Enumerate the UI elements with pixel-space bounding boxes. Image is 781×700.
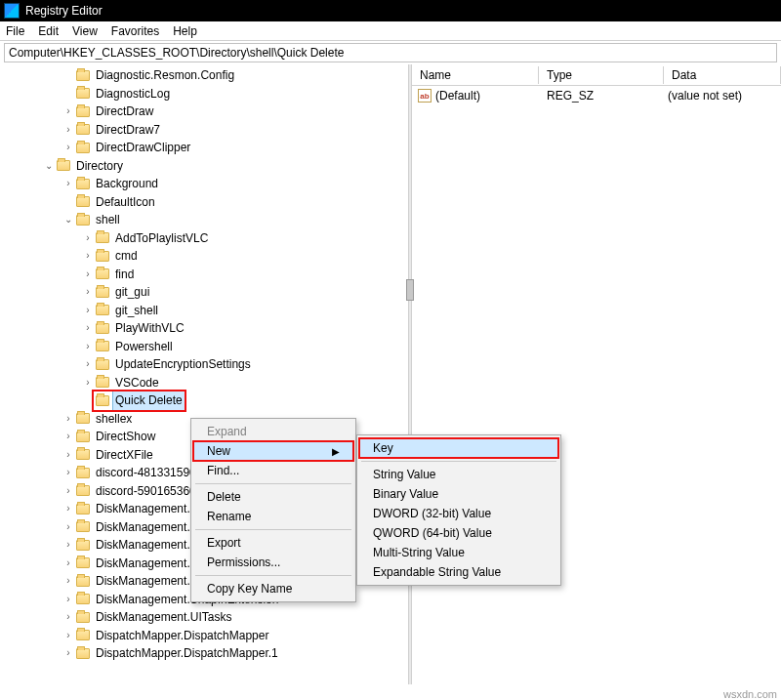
- chevron-right-icon[interactable]: ›: [82, 283, 94, 302]
- tree-node[interactable]: ›DirectDraw: [2, 103, 408, 121]
- tree-node[interactable]: ›find: [2, 266, 408, 284]
- ctx-new-expstring[interactable]: Expandable String Value: [359, 562, 558, 582]
- chevron-right-icon[interactable]: ›: [82, 247, 94, 266]
- tree-node[interactable]: ⌄shell: [2, 211, 408, 229]
- menu-help[interactable]: Help: [173, 24, 197, 38]
- ctx-find[interactable]: Find...: [193, 461, 353, 480]
- ctx-copy-key-name[interactable]: Copy Key Name: [193, 579, 353, 598]
- chevron-right-icon[interactable]: ›: [62, 410, 74, 429]
- folder-icon: [76, 70, 90, 81]
- chevron-right-icon[interactable]: ›: [62, 482, 74, 501]
- chevron-right-icon[interactable]: ›: [62, 627, 74, 645]
- tree-node-label: DiskManagement.S: [94, 555, 200, 573]
- folder-icon: [76, 124, 90, 135]
- chevron-right-icon[interactable]: ›: [62, 644, 74, 663]
- tree-node[interactable]: ›DefaultIcon: [2, 193, 408, 212]
- folder-icon: [76, 612, 90, 623]
- tree-node[interactable]: ›DirectDrawClipper: [2, 139, 408, 157]
- chevron-right-icon[interactable]: ›: [82, 319, 94, 338]
- chevron-right-icon[interactable]: ›: [82, 338, 94, 356]
- tree-node[interactable]: ›UpdateEncryptionSettings: [2, 355, 408, 374]
- pane-splitter[interactable]: [408, 64, 412, 684]
- chevron-down-icon[interactable]: ⌄: [43, 157, 55, 176]
- menu-favorites[interactable]: Favorites: [111, 24, 159, 38]
- tree-node[interactable]: ›PlayWithVLC: [2, 319, 408, 338]
- chevron-right-icon[interactable]: ›: [62, 572, 74, 591]
- tree-node[interactable]: ›git_shell: [2, 302, 408, 320]
- chevron-right-icon[interactable]: ›: [62, 555, 74, 573]
- tree-node[interactable]: ›VSCode: [2, 374, 408, 392]
- folder-icon: [96, 323, 109, 334]
- tree-node-label: DirectDrawClipper: [94, 139, 192, 157]
- col-header-data[interactable]: Data: [664, 66, 781, 84]
- app-icon: [4, 3, 20, 19]
- tree-node[interactable]: ›DirectDraw7: [2, 121, 408, 140]
- chevron-right-icon[interactable]: ›: [82, 302, 94, 320]
- chevron-right-icon[interactable]: ›: [62, 608, 74, 627]
- chevron-down-icon[interactable]: ⌄: [62, 211, 74, 229]
- chevron-right-icon[interactable]: ›: [82, 374, 94, 392]
- value-data: (value not set): [664, 89, 781, 103]
- chevron-right-icon[interactable]: ›: [62, 121, 74, 140]
- address-bar[interactable]: Computer\HKEY_CLASSES_ROOT\Directory\she…: [4, 43, 777, 62]
- folder-icon: [76, 413, 90, 424]
- tree-node-label: git_gui: [113, 283, 151, 302]
- tree-node[interactable]: ›git_gui: [2, 283, 408, 302]
- ctx-new-key[interactable]: Key: [359, 438, 558, 458]
- tree-node-label: discord-481331590: [94, 464, 198, 482]
- chevron-right-icon[interactable]: ›: [62, 591, 74, 609]
- ctx-new-string[interactable]: String Value: [359, 465, 558, 484]
- chevron-right-icon[interactable]: ›: [62, 500, 74, 518]
- content-area: ›Diagnostic.Resmon.Config›DiagnosticLog›…: [0, 64, 781, 684]
- chevron-right-icon[interactable]: ›: [62, 518, 74, 537]
- tree-node[interactable]: ›AddToPlaylistVLC: [2, 229, 408, 248]
- ctx-permissions[interactable]: Permissions...: [193, 553, 353, 572]
- tree-node[interactable]: ›DispatchMapper.DispatchMapper: [2, 627, 408, 645]
- ctx-new-dword[interactable]: DWORD (32-bit) Value: [359, 504, 558, 523]
- col-header-type[interactable]: Type: [539, 66, 664, 84]
- ctx-rename[interactable]: Rename: [193, 507, 353, 526]
- tree-node-label: DefaultIcon: [94, 193, 157, 212]
- chevron-right-icon[interactable]: ›: [82, 229, 94, 248]
- menu-edit[interactable]: Edit: [38, 24, 59, 38]
- tree-node-label: find: [113, 266, 136, 284]
- ctx-export[interactable]: Export: [193, 533, 353, 553]
- ctx-expand[interactable]: Expand: [193, 422, 353, 441]
- chevron-right-icon[interactable]: ›: [62, 103, 74, 121]
- chevron-right-icon[interactable]: ›: [82, 266, 94, 284]
- ctx-new-qword[interactable]: QWORD (64-bit) Value: [359, 523, 558, 543]
- ctx-separator: [195, 483, 351, 484]
- value-row[interactable]: ab (Default) REG_SZ (value not set): [412, 86, 781, 105]
- tree-node[interactable]: ›Diagnostic.Resmon.Config: [2, 66, 408, 85]
- tree-node[interactable]: ›cmd: [2, 247, 408, 266]
- tree-node[interactable]: ›DiagnosticLog: [2, 85, 408, 103]
- menu-file[interactable]: File: [6, 24, 24, 38]
- chevron-right-icon[interactable]: ›: [62, 139, 74, 157]
- ctx-new-binary[interactable]: Binary Value: [359, 484, 558, 504]
- col-header-name[interactable]: Name: [412, 66, 539, 84]
- chevron-right-icon[interactable]: ›: [62, 536, 74, 555]
- ctx-new[interactable]: New▶: [193, 441, 353, 461]
- tree-node[interactable]: ›Powershell: [2, 338, 408, 356]
- tree-node[interactable]: ⌄Directory: [2, 157, 408, 176]
- folder-icon: [96, 268, 109, 279]
- chevron-right-icon[interactable]: ›: [62, 464, 74, 482]
- tree-node-label: DiskManagement.UITasks: [94, 608, 233, 627]
- chevron-right-icon[interactable]: ›: [82, 355, 94, 374]
- chevron-right-icon[interactable]: ›: [62, 446, 74, 465]
- ctx-separator: [361, 461, 556, 462]
- tree-node[interactable]: ›Background: [2, 175, 408, 193]
- tree-node-label: shellex: [94, 410, 134, 429]
- chevron-right-icon[interactable]: ›: [62, 175, 74, 193]
- folder-icon: [96, 305, 109, 315]
- annotation-highlight: Quick Delete: [94, 391, 185, 410]
- tree-node[interactable]: ›Quick Delete: [2, 391, 408, 410]
- tree-node[interactable]: ›DispatchMapper.DispatchMapper.1: [2, 644, 408, 663]
- tree-node[interactable]: ›DiskManagement.UITasks: [2, 608, 408, 627]
- ctx-new-multistring[interactable]: Multi-String Value: [359, 543, 558, 562]
- folder-icon: [76, 504, 90, 515]
- chevron-right-icon[interactable]: ›: [62, 428, 74, 446]
- scroll-thumb[interactable]: [406, 279, 414, 301]
- menu-view[interactable]: View: [72, 24, 98, 38]
- ctx-delete[interactable]: Delete: [193, 487, 353, 507]
